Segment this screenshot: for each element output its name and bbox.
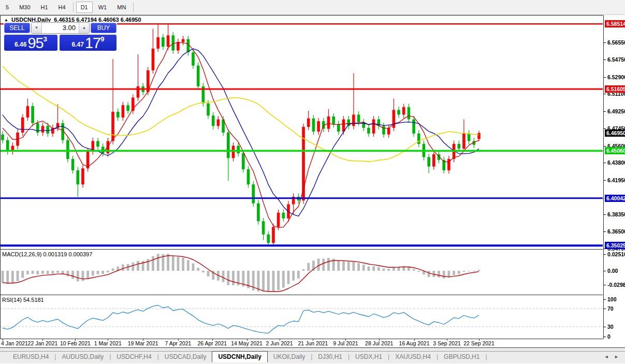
date-label: 19 Mar 2021 [128, 340, 158, 346]
rsi-axis-label: 30 [607, 324, 614, 330]
date-label: 7 Apr 2021 [165, 340, 192, 346]
volume-stepper: ▼ 3.00 ▲ [31, 22, 90, 34]
sell-price-box[interactable]: 6.46 95 3 [4, 35, 57, 51]
timeframe-button-5[interactable]: 5 [1, 2, 13, 13]
axis-tick-mark [604, 111, 606, 112]
buy-price-small: 6.47 [72, 41, 84, 48]
tab-usdcad-daily[interactable]: USDCAD,Daily [159, 352, 212, 362]
price-badge-6.35025: 6.35025 [605, 242, 625, 249]
date-label: 21 Jun 2021 [298, 340, 328, 346]
price-badge-6.46950: 6.46950 [605, 129, 625, 137]
axis-tick-mark [604, 271, 606, 271]
macd-axis-label: -0.029881 [607, 282, 625, 288]
date-axis: 4 Jan 202122 Jan 202110 Feb 20211 Mar 20… [0, 339, 625, 348]
price-axis-label: 6.56550 [607, 39, 625, 46]
tab-eurusd-h4[interactable]: EURUSD,H4 [7, 352, 54, 362]
axis-tick-mark [604, 146, 606, 147]
price-axis-label: 6.36500 [607, 228, 625, 235]
date-label: 4 Jan 2021 [1, 340, 28, 346]
axis-tick-mark [604, 163, 606, 163]
rsi-axis-label: 70 [607, 305, 614, 312]
tab-ukoil-daily[interactable]: UKOil,Daily [268, 352, 311, 362]
date-label: 22 Sep 2021 [463, 340, 495, 346]
axis-tick-mark [604, 309, 606, 309]
price-badge-6.51605: 6.51605 [605, 85, 625, 93]
axis-tick-mark [604, 214, 606, 215]
date-label: 16 Aug 2021 [399, 340, 430, 346]
tab-usdx-h1[interactable]: USDX,H1 [350, 352, 388, 362]
buy-button[interactable]: BUY [91, 23, 117, 33]
volume-up-icon[interactable]: ▲ [79, 23, 89, 33]
rsi-axis-label: 100 [607, 296, 617, 302]
date-label: 10 Feb 2021 [60, 340, 91, 346]
tab-gbpusd-h1[interactable]: GBPUSD,H1 [438, 352, 485, 362]
macd-indicator-label: MACD(12,26,9) 0.001319 0.000397 [2, 251, 92, 257]
axis-tick-mark [604, 60, 606, 60]
bottom-strip [0, 362, 625, 363]
price-axis-label: 6.52900 [607, 74, 625, 80]
volume-input[interactable]: 3.00 [42, 23, 79, 33]
price-chart[interactable] [0, 15, 603, 339]
volume-down-icon[interactable]: ▼ [32, 23, 42, 33]
axis-tick-mark [604, 231, 606, 232]
timeframe-button-h4[interactable]: H4 [54, 2, 70, 13]
axis-tick-mark [604, 128, 606, 129]
tab-usdcnh-daily[interactable]: USDCNH,Daily [212, 351, 267, 362]
price-axis-label: 6.38350 [607, 211, 625, 217]
toolbar-separator [73, 2, 74, 12]
date-label: 9 Jul 2021 [333, 340, 358, 346]
price-axis: 6.565506.547506.529006.511006.492506.474… [603, 15, 625, 339]
symbol-tabbar: EURUSD,H4|AUDUSD,Daily|USDCHF,H4|USDCAD,… [0, 351, 625, 362]
date-label: 14 May 2021 [231, 340, 263, 346]
tab-separator: | [485, 352, 487, 362]
buy-price-big: 17 [85, 36, 100, 50]
timeframe-button-d1[interactable]: D1 [76, 2, 93, 13]
tab-usdchf-h4[interactable]: USDCHF,H4 [111, 352, 157, 362]
axis-tick-mark [604, 299, 606, 300]
rsi-indicator-label: RSI(14) 54.5181 [2, 297, 44, 303]
macd-axis-label: 0.00 [607, 268, 618, 274]
axis-tick-mark [604, 327, 606, 327]
date-label: 2 Jun 2021 [266, 340, 293, 346]
sell-price-big: 95 [27, 36, 43, 50]
rsi-axis-label: 0 [607, 333, 611, 340]
price-badge-6.45060: 6.45060 [605, 147, 625, 154]
price-badge-6.40042: 6.40042 [605, 195, 625, 202]
price-axis-label: 6.41950 [607, 177, 625, 183]
buy-price-sup: 9 [100, 35, 104, 43]
tab-scroll-arrows[interactable]: ◄ ► [604, 354, 621, 359]
tab-xauusd-h4[interactable]: XAUUSD,H4 [389, 352, 437, 362]
timeframe-button-m30[interactable]: M30 [14, 2, 35, 13]
date-label: 26 Apr 2021 [197, 340, 227, 346]
macd-axis-label: 0.025108 [607, 251, 625, 257]
axis-tick-mark [604, 94, 606, 94]
chart-window: ▲ USDCNH,Daily 6.46315 6.47194 6.46063 6… [0, 15, 625, 339]
buy-price-box[interactable]: 6.47 17 9 [60, 35, 117, 51]
price-axis-label: 6.49250 [607, 108, 625, 114]
axis-tick-mark [604, 42, 606, 43]
axis-tick-mark [604, 337, 606, 337]
price-badge-6.58514: 6.58514 [605, 20, 625, 27]
date-label: 3 Sep 2021 [433, 340, 461, 346]
price-axis-label: 6.43800 [607, 159, 625, 166]
sell-button[interactable]: SELL [4, 23, 30, 33]
tab-audusd-daily[interactable]: AUDUSD,Daily [56, 352, 109, 362]
axis-tick-mark [604, 285, 606, 285]
axis-tick-mark [604, 254, 606, 255]
timeframe-button-h1[interactable]: H1 [36, 2, 53, 13]
date-label: 28 Jul 2021 [365, 340, 393, 346]
axis-tick-mark [604, 77, 606, 78]
sell-price-sup: 3 [43, 35, 47, 43]
tab-dj30-h1[interactable]: DJ30,H1 [312, 352, 348, 362]
one-click-trade-panel: SELL ▼ 3.00 ▲ BUY 6.46 95 3 6.47 17 9 [4, 22, 117, 51]
price-axis-label: 6.54750 [607, 56, 625, 63]
axis-tick-mark [604, 180, 606, 181]
timeframe-button-mn[interactable]: MN [112, 2, 130, 13]
timeframe-toolbar: 5M30H1H4D1W1MN [0, 0, 625, 15]
toolbar-separator [133, 2, 134, 12]
sell-price-small: 6.46 [14, 41, 26, 48]
date-label: 22 Jan 2021 [28, 340, 58, 346]
timeframe-button-w1[interactable]: W1 [94, 2, 112, 13]
date-label: 1 Mar 2021 [94, 340, 122, 346]
